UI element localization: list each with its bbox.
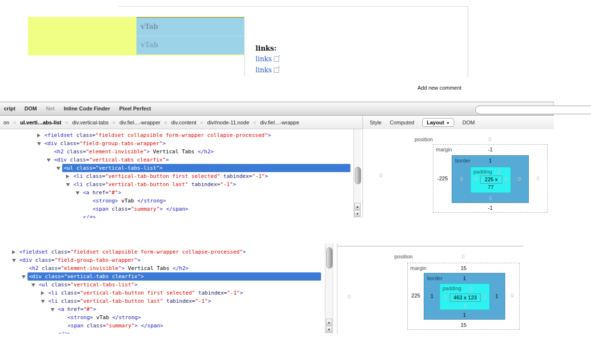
padding-left-value[interactable]: 0 — [440, 294, 450, 300]
tree-node-row[interactable]: <a href="#"> — [81, 189, 350, 197]
tree-node-row[interactable]: </a> — [56, 330, 321, 334]
scroll-up-button[interactable]: ▲ — [354, 203, 361, 210]
expand-twisty-icon[interactable] — [66, 175, 69, 178]
border-bottom-value[interactable]: 0 — [452, 195, 528, 201]
toolbar-tab-pixel-perfect[interactable]: Pixel Perfect — [119, 106, 151, 111]
tree-node-row[interactable]: <span class="summary"> </span> — [91, 205, 350, 213]
side-tab-layout[interactable]: Layout▼ — [422, 118, 454, 127]
tree-node-row[interactable]: <div class="vertical-tabs clearfix"> — [27, 272, 321, 281]
link-label[interactable]: links — [255, 55, 272, 63]
tree-node-row[interactable]: <fieldset class="fieldset collapsible fo… — [18, 248, 321, 256]
collapse-twisty-icon[interactable] — [22, 275, 26, 279]
margin-bottom-value[interactable]: -1 — [433, 205, 547, 211]
collapse-twisty-icon[interactable] — [76, 191, 80, 195]
breadcrumb-item[interactable]: div#node-11.node — [207, 120, 249, 125]
tree-node-row[interactable]: <li class="vertical-tab-button last" tab… — [47, 297, 321, 305]
position-left-value[interactable]: 0 — [344, 294, 354, 299]
breadcrumb-item[interactable]: div.vertical-tabs — [72, 120, 109, 125]
collapse-twisty-icon[interactable] — [66, 183, 70, 187]
padding-right-value[interactable]: 0 — [480, 294, 489, 300]
margin-left-value[interactable]: 225 — [408, 293, 424, 298]
content-dimensions-value[interactable]: 463 x 123 — [450, 294, 481, 302]
external-link-1[interactable]: links — [255, 55, 279, 63]
expand-twisty-icon[interactable] — [37, 134, 40, 137]
margin-right-value[interactable]: 0 — [529, 175, 547, 181]
search-input[interactable] — [475, 106, 591, 114]
breadcrumb-item[interactable]: div.fiel…-wrapper — [120, 120, 161, 125]
tree-node-row[interactable]: <ul class="vertical-tabs-list"> — [62, 164, 350, 172]
tree-node-row[interactable]: <span class="summary"> </span> — [66, 322, 321, 330]
vertical-scrollbar[interactable]: ▲ ▼ — [353, 129, 361, 218]
collapse-twisty-icon[interactable] — [31, 283, 35, 287]
expand-twisty-icon[interactable] — [12, 250, 15, 254]
side-tab-style[interactable]: Style — [370, 120, 381, 125]
tree-node-row[interactable]: <h2 class="element-invisible"> Vertical … — [53, 148, 350, 156]
border-top-value[interactable]: 1 — [424, 275, 505, 281]
code-token-attr: tabindex — [220, 173, 249, 179]
border-left-value[interactable]: 1 — [424, 293, 440, 299]
content-dimensions-value-2[interactable]: 77 — [471, 184, 510, 190]
scrollbar-thumb[interactable] — [355, 167, 361, 184]
position-top-value[interactable]: 0 — [407, 254, 519, 259]
toolbar-tab-cript[interactable]: cript — [4, 106, 15, 111]
tree-node-row[interactable]: <a href="#"> — [56, 305, 321, 313]
margin-left-value[interactable]: -225 — [433, 175, 452, 181]
collapse-twisty-icon[interactable] — [12, 259, 16, 262]
margin-top-value[interactable]: 15 — [408, 265, 519, 271]
toolbar-tab-net[interactable]: Net — [46, 106, 55, 111]
side-tab-dom[interactable]: DOM — [462, 120, 475, 125]
vertical-tab-2[interactable]: vTab — [136, 36, 244, 54]
position-left-value[interactable]: 0 — [376, 173, 386, 178]
padding-bottom-value[interactable]: 0 — [440, 303, 489, 309]
breadcrumb-item[interactable]: on — [3, 120, 9, 125]
collapse-twisty-icon[interactable] — [47, 159, 51, 162]
collapse-twisty-icon[interactable] — [51, 308, 54, 311]
tree-node-row[interactable]: <ul class="vertical-tabs-list"> — [37, 281, 321, 289]
tree-node-row[interactable]: </a> — [81, 213, 350, 218]
border-right-value[interactable]: 1 — [489, 293, 505, 299]
breadcrumb-item[interactable]: div.fiel…-wrappe — [260, 120, 299, 125]
toolbar-tab-dom[interactable]: DOM — [25, 106, 37, 111]
vertical-scrollbar-2[interactable]: ▲ ▼ — [325, 243, 333, 334]
margin-bottom-value[interactable]: 15 — [408, 322, 519, 328]
tree-node-row[interactable]: <li class="vertical-tab-button last" tab… — [72, 180, 350, 189]
collapse-twisty-icon[interactable] — [37, 142, 41, 146]
padding-top-value[interactable]: 0 — [495, 169, 502, 175]
content-dimensions-value[interactable]: 225 x — [480, 175, 502, 184]
tree-node-row[interactable]: <strong> vTab </strong> — [66, 313, 321, 322]
border-top-value[interactable]: 1 — [452, 158, 528, 163]
border-left-value[interactable]: 0 — [452, 176, 470, 182]
border-bottom-value[interactable]: 1 — [424, 312, 505, 318]
scroll-down-button[interactable]: ▼ — [326, 326, 332, 333]
side-tab-computed[interactable]: Computed — [390, 120, 414, 125]
tree-node-row[interactable]: <fieldset class="fieldset collapsible fo… — [43, 131, 350, 139]
padding-top-value[interactable]: 0 — [467, 285, 474, 291]
link-label[interactable]: links — [255, 66, 272, 74]
tree-node-row[interactable]: <div class="field-group-tabs-wrapper"> — [43, 139, 350, 148]
scroll-up-button[interactable]: ▲ — [326, 319, 332, 325]
vertical-tab-1[interactable]: vTab — [136, 18, 244, 36]
margin-top-value[interactable]: -1 — [433, 147, 547, 152]
tree-node-row[interactable]: <div class="vertical-tabs clearfix"> — [53, 156, 350, 164]
tree-node-row[interactable]: <li class="vertical-tab-button first sel… — [72, 172, 350, 180]
tree-node-row[interactable]: <strong> vTab </strong> — [91, 197, 350, 205]
breadcrumb-item[interactable]: div.content — [171, 120, 196, 125]
padding-right-value[interactable]: 0 — [501, 176, 510, 182]
add-new-comment-link[interactable]: Add new comment — [417, 85, 461, 91]
scroll-down-button[interactable]: ▼ — [354, 210, 361, 217]
margin-right-value[interactable]: 0 — [505, 293, 519, 298]
border-right-value[interactable]: 0 — [510, 176, 528, 182]
toolbar-tab-inline-code-finder[interactable]: Inline Code Finder — [64, 106, 110, 111]
tree-node-row[interactable]: <li class="vertical-tab-button first sel… — [47, 289, 321, 297]
code-token-tag: > — [160, 206, 163, 212]
scrollbar-thumb[interactable] — [326, 247, 333, 269]
expand-twisty-icon[interactable] — [41, 291, 44, 295]
collapse-twisty-icon[interactable] — [41, 300, 45, 303]
breadcrumb-item[interactable]: ul.verti…abs-list — [20, 120, 62, 125]
position-top-value[interactable]: 0 — [433, 136, 547, 142]
padding-left-value[interactable]: 0 — [471, 176, 480, 182]
tree-node-row[interactable]: <h2 class="element-invisible"> Vertical … — [27, 264, 321, 272]
external-link-2[interactable]: links — [255, 66, 279, 74]
collapse-twisty-icon[interactable] — [56, 167, 60, 170]
tree-node-row[interactable]: <div class="field-group-tabs-wrapper"> — [18, 256, 321, 264]
